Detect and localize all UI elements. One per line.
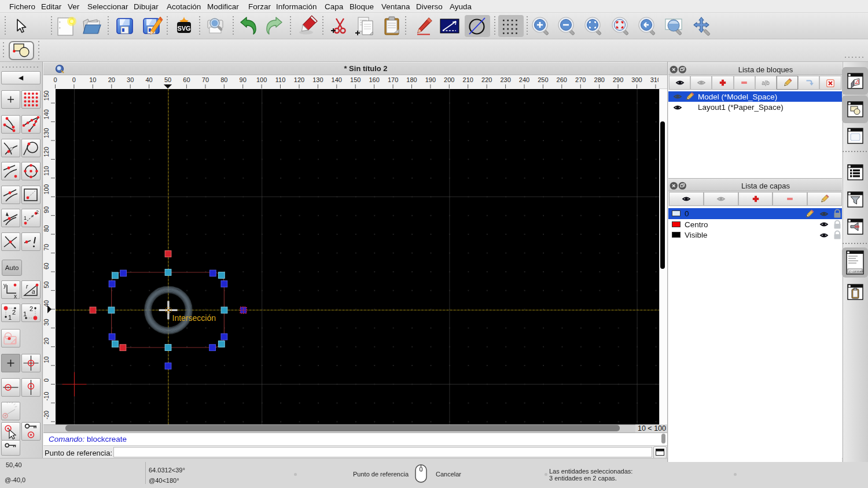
svg-text:2: 2 [36, 209, 39, 215]
svg-text:170: 170 [388, 76, 398, 83]
svg-text:-10: -10 [43, 392, 50, 401]
svg-text:0: 0 [53, 76, 57, 83]
svg-text:2: 2 [12, 309, 16, 316]
svg-text:180: 180 [406, 76, 417, 83]
svg-text:120: 120 [43, 147, 50, 157]
svg-text:260: 260 [557, 76, 567, 83]
svg-text:230: 230 [500, 76, 510, 83]
svg-text:Intersección: Intersección [172, 313, 215, 323]
svg-text:90: 90 [240, 76, 247, 83]
svg-text:60: 60 [183, 76, 190, 83]
svg-text:280: 280 [594, 76, 605, 83]
svg-text:150: 150 [43, 91, 50, 101]
svg-text:290: 290 [613, 76, 623, 83]
svg-text:100: 100 [43, 184, 50, 195]
svg-text:2: 2 [30, 305, 33, 312]
svg-text:310: 310 [650, 76, 659, 83]
svg-text:10: 10 [89, 76, 96, 83]
svg-text:60: 60 [43, 263, 50, 269]
svg-text:20: 20 [43, 338, 50, 345]
svg-text:140: 140 [43, 109, 50, 120]
svg-text:c> command: c> command [849, 270, 864, 273]
svg-text:-20: -20 [43, 411, 50, 419]
svg-text:200: 200 [444, 76, 454, 83]
svg-text:210: 210 [463, 76, 473, 83]
svg-text:50: 50 [164, 76, 171, 83]
svg-text:a: a [32, 289, 35, 295]
svg-text:0: 0 [43, 379, 50, 382]
svg-text:190: 190 [425, 76, 436, 83]
svg-text:20: 20 [108, 76, 115, 83]
svg-text:150: 150 [350, 76, 361, 83]
svg-text:y: y [3, 282, 6, 289]
svg-text:80: 80 [220, 76, 227, 83]
svg-text:1: 1 [23, 310, 27, 317]
svg-text:10: 10 [43, 356, 50, 363]
svg-text:30: 30 [43, 319, 50, 326]
svg-text:160: 160 [369, 76, 379, 83]
svg-text:30: 30 [127, 76, 134, 83]
svg-text:110: 110 [43, 166, 50, 176]
svg-text:40: 40 [145, 76, 152, 83]
svg-text:40: 40 [43, 300, 50, 307]
svg-text:240: 240 [519, 76, 529, 83]
svg-text:220: 220 [481, 76, 492, 83]
svg-text:300: 300 [631, 76, 642, 83]
svg-text:70: 70 [202, 76, 209, 83]
svg-text:90: 90 [43, 206, 50, 213]
svg-text:110: 110 [275, 76, 286, 83]
svg-text:100: 100 [256, 76, 267, 83]
svg-text:0: 0 [72, 76, 76, 83]
svg-text:a|b: a|b [762, 80, 770, 86]
svg-text:80: 80 [43, 225, 50, 232]
svg-text:r: r [26, 283, 28, 290]
svg-text:SVG: SVG [177, 25, 190, 32]
svg-text:70: 70 [43, 244, 50, 251]
svg-text:50: 50 [43, 282, 50, 289]
svg-text:1: 1 [24, 215, 27, 221]
svg-text:130: 130 [312, 76, 323, 83]
svg-text:270: 270 [575, 76, 586, 83]
svg-text:250: 250 [538, 76, 548, 83]
svg-text:1: 1 [8, 314, 12, 321]
svg-text:120: 120 [294, 76, 304, 83]
svg-text:140: 140 [332, 76, 342, 83]
svg-text:130: 130 [43, 128, 50, 138]
svg-text:x: x [14, 293, 17, 299]
